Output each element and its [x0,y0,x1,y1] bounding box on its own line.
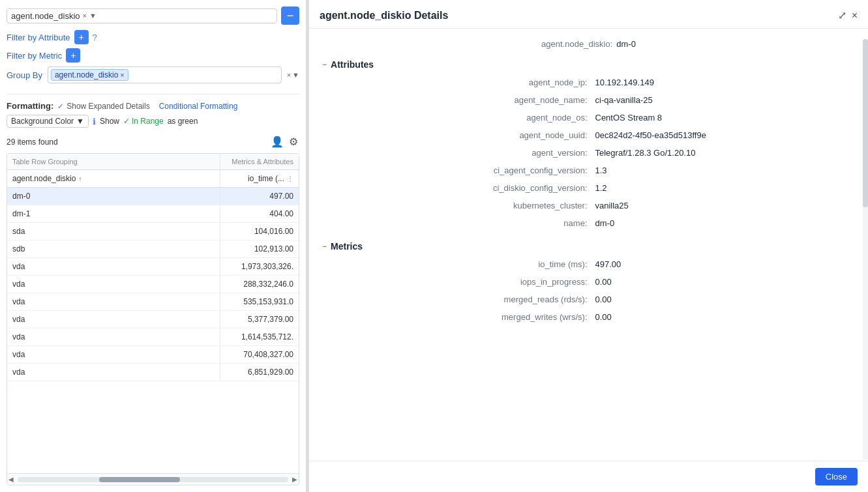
metric-key: io_time (ms): [335,259,595,269]
expand-icon-button[interactable]: ⤢ [838,9,846,22]
scroll-left-arrow[interactable]: ◀ [7,476,15,483]
group-by-label[interactable]: Group By [7,70,42,80]
in-range-label: In Range [132,117,164,126]
horizontal-scrollbar[interactable]: ◀ ▶ [7,473,299,485]
attr-value: 10.192.149.149 [595,78,856,87]
table-row[interactable]: sda 104,016.00 [7,223,299,240]
vertical-scrollbar[interactable] [863,39,868,459]
attributes-grid: agent_node_ip:10.192.149.149agent_node_n… [322,78,855,228]
top-row: agent.node_diskio × ▼ − [7,7,299,25]
metric-value: 0.00 [595,312,856,322]
filter-metric-add-button[interactable]: + [66,48,80,63]
table-row[interactable]: vda 1,973,303,326. [7,258,299,276]
table-row[interactable]: sdb 102,913.00 [7,240,299,258]
table-row[interactable]: vda 5,377,379.00 [7,311,299,328]
vertical-scrollbar-thumb[interactable] [863,39,868,207]
cell-value: 6,851,929.00 [220,364,299,381]
filter-attribute-label[interactable]: Filter by Attribute [7,33,70,42]
sort-icon[interactable]: ↑ [78,175,82,182]
table-row[interactable]: vda 535,153,931.0 [7,293,299,311]
formatting-top: Formatting: ✓ Show Expanded Details Cond… [7,101,299,111]
attribute-tag-input[interactable]: agent.node_diskio × ▼ [7,8,277,23]
attr-key: agent_version: [335,148,595,158]
background-color-dropdown-arrow: ▼ [76,117,84,126]
conditional-formatting-link[interactable]: Conditional Formatting [159,102,238,111]
group-by-clear-icon[interactable]: × [287,71,291,79]
attributes-section-title: Attributes [331,59,374,70]
metric-value: 497.00 [595,259,856,269]
formatting-label: Formatting: [7,101,53,111]
cell-name: vda [7,258,220,275]
table-row[interactable]: dm-1 404.00 [7,205,299,223]
attr-key: name: [335,218,595,228]
metrics-section-header: − Metrics [322,241,855,252]
scrollbar-track[interactable] [18,477,288,482]
group-by-row: Group By agent.node_diskio × × ▼ [7,66,299,83]
cell-value: 535,153,931.0 [220,293,299,310]
cell-name: sda [7,223,220,240]
table-row[interactable]: vda 6,851,929.00 [7,364,299,381]
group-by-tag-close[interactable]: × [120,71,124,79]
attr-key: agent_node_os: [335,113,595,123]
attr-key: ci_agent_config_version: [335,166,595,175]
filter-metric-label[interactable]: Filter by Metric [7,51,62,61]
person-icon-button[interactable]: 👤 [269,134,285,149]
cell-name: vda [7,311,220,328]
group-by-input[interactable]: agent.node_diskio × [48,66,282,83]
checkbox-check-icon: ✓ [57,102,64,111]
close-panel-icon-button[interactable]: × [852,9,858,22]
items-found-text: 29 items found [7,137,58,147]
help-icon[interactable]: ? [93,33,97,42]
filter-metric-row: Filter by Metric + [7,48,299,63]
table-row[interactable]: vda 70,408,327.00 [7,346,299,364]
table-row[interactable]: vda 1,614,535,712. [7,328,299,346]
metrics-grid: io_time (ms):497.00iops_in_progress:0.00… [322,259,855,322]
top-field-value: dm-0 [616,39,636,49]
formatting-section: Formatting: ✓ Show Expanded Details Cond… [7,101,299,128]
as-green-label: as green [168,117,198,126]
attr-value: 0ec824d2-4f50-ea35d513ff9e [595,130,856,140]
close-button[interactable]: Close [815,468,858,485]
cell-name: dm-0 [7,188,220,205]
column-menu-icon[interactable]: ⋮ [287,175,293,182]
details-footer: Close [309,461,868,492]
attribute-tag-text: agent.node_diskio [11,11,80,21]
cell-value: 70,408,327.00 [220,346,299,363]
remove-button[interactable]: − [281,7,299,25]
cell-value: 497.00 [220,188,299,205]
attribute-tag-close[interactable]: × [83,12,87,20]
cell-name: vda [7,328,220,345]
metrics-collapse-icon[interactable]: − [322,242,327,251]
attributes-collapse-icon[interactable]: − [322,60,327,69]
table-row[interactable]: dm-0 497.00 [7,188,299,205]
col-metric-label: io_time (... [248,174,284,183]
filter-attribute-row: Filter by Attribute + ? [7,30,299,44]
col-metric-header[interactable]: io_time (... ⋮ [220,170,299,187]
info-icon[interactable]: ℹ [93,117,96,126]
settings-icon-button[interactable]: ⚙ [288,134,299,149]
scrollbar-thumb[interactable] [99,477,181,482]
attr-value: 1.2 [595,183,856,193]
show-label: Show [100,117,119,126]
group-by-dropdown-arrow[interactable]: ▼ [292,71,299,79]
background-color-dropdown[interactable]: Background Color ▼ [7,115,89,128]
cell-value: 104,016.00 [220,223,299,240]
col-name-label: agent.node_diskio [12,174,76,183]
metric-value: 0.00 [595,277,856,287]
formatting-bottom: Background Color ▼ ℹ Show ✓ In Range as … [7,115,299,128]
show-expanded-details-checkbox[interactable]: ✓ Show Expanded Details [57,102,149,111]
metrics-section-title: Metrics [331,241,363,252]
column-headers: agent.node_diskio ↑ io_time (... ⋮ [7,170,299,188]
attribute-dropdown-arrow[interactable]: ▼ [89,12,97,20]
col-name-header[interactable]: agent.node_diskio ↑ [7,170,220,187]
attr-key: agent_node_ip: [335,78,595,87]
attr-value: Telegraf/1.28.3 Go/1.20.10 [595,148,856,158]
table-body: dm-0 497.00 dm-1 404.00 sda 104,016.00 s… [7,188,299,473]
table-row[interactable]: vda 288,332,246.0 [7,276,299,293]
filter-attribute-add-button[interactable]: + [74,30,89,44]
details-title: agent.node_diskio Details [320,10,448,22]
th-metrics: Metrics & Attributes [220,154,299,169]
scroll-right-arrow[interactable]: ▶ [291,476,299,483]
data-table: Table Row Grouping Metrics & Attributes … [7,153,299,485]
details-body: agent.node_diskio: dm-0 − Attributes age… [309,29,868,461]
